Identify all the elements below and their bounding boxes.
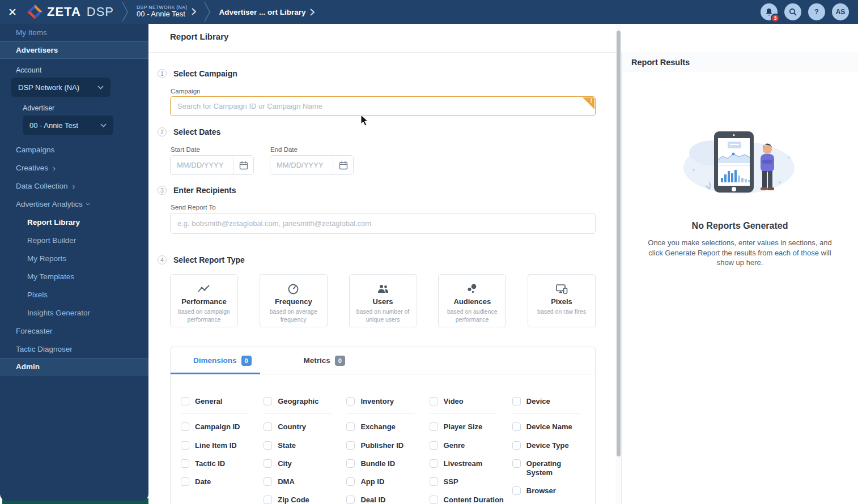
- checkbox-bundle-id[interactable]: Bundle ID: [346, 459, 429, 468]
- checkbox-label: General: [195, 397, 222, 406]
- advertiser-select[interactable]: 00 - Annie Test: [23, 116, 113, 135]
- brand-logo[interactable]: ZETA DSP: [27, 5, 114, 19]
- checkbox-country[interactable]: Country: [264, 422, 346, 432]
- report-type-card-frequency[interactable]: Frequency based on average frequency: [260, 274, 328, 327]
- checkbox-icon: [430, 477, 438, 486]
- checkbox-label: Tactic ID: [195, 459, 225, 468]
- help-icon: ?: [814, 8, 818, 16]
- sidebar-item-my-templates[interactable]: My Templates: [0, 267, 148, 285]
- checkbox-label: Content Duration: [444, 496, 504, 504]
- advertiser-select-value: 00 - Annie Test: [29, 121, 78, 130]
- checkbox-zip-code[interactable]: Zip Code: [264, 496, 346, 504]
- checkbox-geographic[interactable]: Geographic: [264, 397, 346, 406]
- checkbox-device-name[interactable]: Device Name: [512, 422, 595, 432]
- help-button[interactable]: ?: [808, 3, 825, 20]
- sidebar-item-advertiser-analytics[interactable]: Advertiser Analytics›: [0, 195, 148, 213]
- sidebar-item-label: Tactic Diagnoser: [16, 345, 73, 353]
- step-3-header: 3 Enter Recipients: [158, 186, 236, 195]
- sidebar-item-my-reports[interactable]: My Reports: [0, 249, 148, 267]
- calendar-icon[interactable]: [333, 156, 353, 174]
- checkbox-app-id[interactable]: App ID: [346, 477, 429, 486]
- sidebar-item-data-collection[interactable]: Data Collection›: [0, 177, 148, 195]
- brand-suffix: DSP: [87, 5, 114, 19]
- empty-state-title: No Reports Generated: [622, 221, 858, 231]
- sidebar-item-insights-generator[interactable]: Insights Generator: [0, 304, 148, 322]
- breadcrumb-report-library[interactable]: Advertiser ... ort Library: [219, 8, 315, 16]
- search-button[interactable]: [784, 3, 801, 20]
- report-type-card-users[interactable]: Users based on number of unique users: [349, 274, 417, 327]
- sidebar-item-pixels[interactable]: Pixels: [0, 285, 148, 304]
- checkbox-label: Genre: [444, 441, 465, 450]
- report-type-card-pixels[interactable]: Pixels based on raw fires: [528, 274, 596, 327]
- checkbox-icon: [346, 422, 355, 431]
- breadcrumb-account[interactable]: DSP NETWORK (NA) 00 - Annie Test: [137, 5, 196, 19]
- checkbox-genre[interactable]: Genre: [430, 441, 512, 450]
- sidebar-item-report-library[interactable]: Report Library: [0, 213, 148, 231]
- sidebar-section-advertisers[interactable]: Advertisers: [0, 41, 148, 59]
- notifications-button[interactable]: 3: [761, 3, 778, 20]
- step-title: Select Report Type: [173, 255, 245, 264]
- checkbox-content-duration[interactable]: Content Duration: [430, 496, 512, 504]
- sidebar-item-creatives[interactable]: Creatives›: [0, 159, 148, 177]
- sidebar-item-forecaster[interactable]: Forecaster: [0, 322, 148, 340]
- account-label: Account: [0, 66, 148, 74]
- top-bar: ✕ ZETA DSP DSP NETWORK (NA) 00 - Annie T…: [0, 0, 858, 24]
- checkbox-ssp[interactable]: SSP: [430, 477, 512, 486]
- checkbox-general[interactable]: General: [181, 397, 264, 406]
- breadcrumb-label: 00 - Annie Test: [137, 10, 187, 19]
- tab-label: Dimensions: [193, 356, 237, 365]
- checkbox-operating-system[interactable]: Operating System: [512, 459, 595, 478]
- checkbox-dma[interactable]: DMA: [264, 477, 346, 486]
- report-type-card-performance[interactable]: Performance based on campaign performanc…: [170, 274, 238, 327]
- checkbox-tactic-id[interactable]: Tactic ID: [181, 459, 264, 468]
- checkbox-label: Country: [278, 422, 306, 432]
- checkbox-deal-id[interactable]: Deal ID: [346, 496, 429, 504]
- checkbox-campaign-id[interactable]: Campaign ID: [181, 422, 264, 432]
- sidebar-item-my-items[interactable]: My Items: [0, 24, 148, 41]
- checkbox-device-type[interactable]: Device Type: [512, 441, 595, 450]
- campaign-search-input[interactable]: [170, 96, 596, 116]
- report-results-panel: Report Results: [621, 53, 858, 504]
- sidebar-section-admin[interactable]: Admin: [0, 358, 148, 375]
- checkbox-date[interactable]: Date: [181, 477, 264, 486]
- sidebar-item-tactic-diagnoser[interactable]: Tactic Diagnoser: [0, 340, 148, 358]
- checkbox-label: Exchange: [360, 422, 395, 432]
- avatar[interactable]: AS: [832, 3, 849, 20]
- tab-metrics[interactable]: Metrics 0: [304, 356, 345, 366]
- checkbox-player-size[interactable]: Player Size: [430, 422, 512, 432]
- sidebar-item-report-builder[interactable]: Report Builder: [0, 231, 148, 249]
- checkbox-label: Inventory: [360, 397, 394, 406]
- checkbox-publisher-id[interactable]: Publisher ID: [346, 441, 429, 450]
- tab-dimensions[interactable]: Dimensions 0: [193, 356, 252, 366]
- start-date-input[interactable]: [171, 156, 233, 174]
- topbar-actions: 3 ? AS: [761, 3, 858, 20]
- report-type-cards: Performance based on campaign performanc…: [170, 274, 596, 327]
- calendar-icon[interactable]: [233, 156, 253, 174]
- divider: [512, 413, 580, 413]
- checkbox-browser[interactable]: Browser: [512, 486, 595, 496]
- checkbox-icon: [346, 441, 355, 450]
- checkbox-inventory[interactable]: Inventory: [346, 397, 429, 406]
- checkbox-label: City: [278, 459, 292, 468]
- dimension-column-video: Video Player Size Genre Livestream SSP C…: [430, 397, 512, 504]
- checkbox-icon: [346, 459, 355, 468]
- close-icon[interactable]: ✕: [0, 6, 25, 19]
- checkbox-state[interactable]: State: [264, 441, 346, 450]
- checkbox-icon: [264, 422, 272, 431]
- checkbox-icon: [430, 397, 438, 405]
- recipients-input[interactable]: [170, 213, 596, 234]
- vertical-scrollbar-thumb[interactable]: [617, 31, 621, 456]
- dimension-column-general: General Campaign ID Line Item ID Tactic …: [181, 397, 264, 504]
- account-select[interactable]: DSP Network (NA): [11, 78, 111, 97]
- checkbox-city[interactable]: City: [264, 459, 346, 468]
- chevron-right-icon: [310, 8, 315, 16]
- checkbox-device[interactable]: Device: [512, 397, 595, 406]
- checkbox-exchange[interactable]: Exchange: [346, 422, 429, 432]
- report-type-card-audiences[interactable]: Audiences based on audience performance: [438, 274, 506, 327]
- checkbox-livestream[interactable]: Livestream: [430, 459, 512, 468]
- end-date-input[interactable]: [270, 156, 333, 174]
- checkbox-line-item-id[interactable]: Line Item ID: [181, 441, 264, 450]
- checkbox-video[interactable]: Video: [430, 397, 512, 406]
- page-title: Report Library: [170, 32, 228, 41]
- sidebar-item-campaigns[interactable]: Campaigns: [0, 140, 148, 159]
